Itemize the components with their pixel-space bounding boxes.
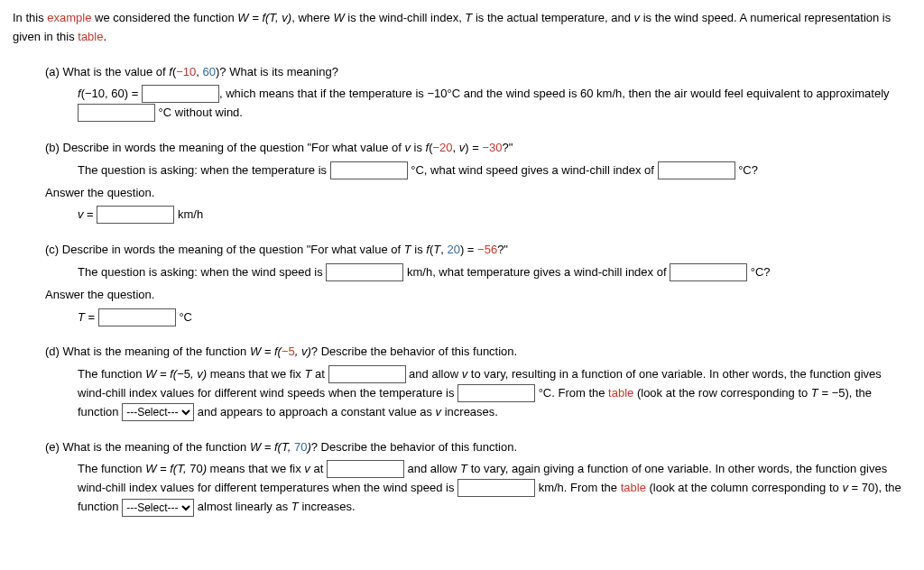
part-c-answer-label: Answer the question.	[13, 286, 911, 305]
d-behavior-select[interactable]: ---Select---	[122, 403, 194, 421]
b-v-input[interactable]	[97, 206, 174, 224]
table-link[interactable]: table	[78, 30, 103, 43]
part-c-answer-line: T = °C	[13, 308, 911, 327]
part-d-body: The function W = f(−5, v) means that we …	[13, 365, 911, 421]
e-fixv-input[interactable]	[327, 460, 404, 478]
table-link-d[interactable]: table	[608, 386, 633, 400]
e-behavior-select[interactable]: ---Select---	[122, 499, 194, 517]
example-link[interactable]: example	[47, 11, 91, 24]
intro-paragraph: In this example we considered the functi…	[13, 9, 911, 47]
part-c-fill: The question is asking: when the wind sp…	[13, 263, 911, 282]
c-windspeed-input[interactable]	[326, 263, 403, 281]
b-windchill-input[interactable]	[658, 161, 735, 179]
c-windchill-input[interactable]	[670, 263, 747, 281]
part-b-answer-label: Answer the question.	[13, 184, 911, 203]
part-a-prompt: (a) What is the value of f(−10, 60)? Wha…	[13, 63, 911, 82]
e-windspeed-input[interactable]	[457, 479, 535, 497]
part-e-prompt: (e) What is the meaning of the function …	[13, 438, 911, 457]
part-b-prompt: (b) Describe in words the meaning of the…	[13, 139, 911, 158]
d-fixT-input[interactable]	[328, 365, 406, 383]
table-link-e[interactable]: table	[621, 481, 646, 494]
part-b-answer-line: v = km/h	[13, 206, 911, 225]
part-c-prompt: (c) Describe in words the meaning of the…	[13, 241, 911, 260]
part-b-fill: The question is asking: when the tempera…	[13, 161, 911, 180]
a-equiv-input[interactable]	[78, 104, 155, 122]
part-a-answer-line: f(−10, 60) = , which means that if the t…	[13, 85, 911, 123]
b-temp-input[interactable]	[330, 161, 408, 179]
part-d-prompt: (d) What is the meaning of the function …	[13, 343, 911, 362]
a-value-input[interactable]	[142, 85, 219, 103]
part-e-body: The function W = f(T, 70) means that we …	[13, 460, 911, 516]
d-temp-input[interactable]	[457, 384, 535, 402]
c-t-input[interactable]	[98, 308, 176, 326]
